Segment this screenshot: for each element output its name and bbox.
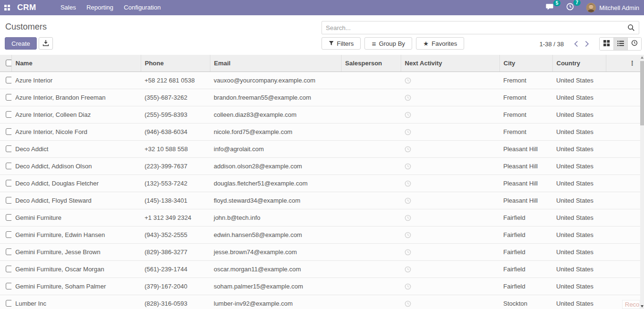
cell-phone[interactable]: (355)-687-3262 <box>141 89 210 106</box>
row-checkbox[interactable] <box>6 128 11 135</box>
column-header-country[interactable]: Country <box>552 55 606 72</box>
cell-next-activity[interactable] <box>401 157 499 175</box>
next-activity-clock-icon[interactable] <box>405 214 411 221</box>
cell-salesperson[interactable] <box>341 157 401 175</box>
cell-name[interactable]: Azure Interior, Colleen Diaz <box>11 106 141 123</box>
cell-phone[interactable]: (943)-352-2555 <box>141 226 210 243</box>
next-activity-clock-icon[interactable] <box>405 231 411 238</box>
table-row[interactable]: Gemini Furniture, Oscar Morgan (561)-239… <box>0 260 640 278</box>
cell-city[interactable]: Pleasant Hill <box>499 192 552 209</box>
cell-phone[interactable]: +58 212 681 0538 <box>141 72 210 89</box>
cell-email[interactable]: douglas.fletcher51@example.com <box>210 175 341 192</box>
cell-country[interactable]: United States <box>552 140 606 157</box>
table-row[interactable]: Azure Interior +58 212 681 0538 vauxoo@y… <box>0 72 640 89</box>
cell-phone[interactable]: +1 312 349 2324 <box>141 209 210 226</box>
cell-name[interactable]: Gemini Furniture, Jesse Brown <box>11 243 141 260</box>
select-all-checkbox[interactable] <box>6 60 11 66</box>
kanban-view-button[interactable] <box>600 38 613 50</box>
cell-city[interactable]: Stockton <box>499 295 552 309</box>
cell-name[interactable]: Gemini Furniture, Edwin Hansen <box>11 226 141 243</box>
cell-email[interactable]: brandon.freeman55@example.com <box>210 89 341 106</box>
row-checkbox[interactable] <box>6 111 11 118</box>
scroll-up-arrow-icon[interactable] <box>641 56 644 59</box>
cell-country[interactable]: United States <box>552 72 606 89</box>
next-activity-clock-icon[interactable] <box>405 179 411 186</box>
cell-phone[interactable]: (255)-595-8393 <box>141 106 210 123</box>
cell-name[interactable]: Lumber Inc <box>11 295 141 309</box>
cell-phone[interactable]: (561)-239-1744 <box>141 260 210 278</box>
optional-columns-icon[interactable]: ⋮ <box>629 60 636 67</box>
row-checkbox[interactable] <box>6 145 11 152</box>
cell-email[interactable]: jesse.brown74@example.com <box>210 243 341 260</box>
row-checkbox[interactable] <box>6 248 11 255</box>
row-checkbox[interactable] <box>6 214 11 221</box>
cell-salesperson[interactable] <box>341 209 401 226</box>
cell-email[interactable]: vauxoo@yourcompany.example.com <box>210 72 341 89</box>
next-activity-clock-icon[interactable] <box>405 299 411 307</box>
vertical-scrollbar[interactable] <box>640 55 644 309</box>
cell-country[interactable]: United States <box>552 157 606 175</box>
cell-country[interactable]: United States <box>552 123 606 140</box>
cell-next-activity[interactable] <box>401 209 499 226</box>
column-header-name[interactable]: Name <box>11 55 141 72</box>
cell-next-activity[interactable] <box>401 295 499 309</box>
cell-next-activity[interactable] <box>401 140 499 157</box>
cell-country[interactable]: United States <box>552 106 606 123</box>
cell-next-activity[interactable] <box>401 243 499 260</box>
cell-phone[interactable]: (828)-316-0593 <box>141 295 210 309</box>
row-checkbox[interactable] <box>6 300 11 307</box>
next-activity-clock-icon[interactable] <box>405 111 411 118</box>
table-row[interactable]: Deco Addict, Douglas Fletcher (132)-553-… <box>0 175 640 192</box>
table-row[interactable]: Deco Addict, Floyd Steward (145)-138-340… <box>0 192 640 209</box>
cell-country[interactable]: United States <box>552 295 606 309</box>
row-checkbox[interactable] <box>6 266 11 272</box>
table-row[interactable]: Gemini Furniture, Edwin Hansen (943)-352… <box>0 226 640 243</box>
scrollbar-thumb[interactable] <box>640 61 644 125</box>
cell-email[interactable]: addison.olson28@example.com <box>210 157 341 175</box>
cell-country[interactable]: United States <box>552 226 606 243</box>
cell-country[interactable]: United States <box>552 278 606 295</box>
cell-country[interactable]: United States <box>552 175 606 192</box>
next-activity-clock-icon[interactable] <box>405 162 411 169</box>
table-row[interactable]: Azure Interior, Colleen Diaz (255)-595-8… <box>0 106 640 123</box>
cell-next-activity[interactable] <box>401 226 499 243</box>
search-input[interactable] <box>322 24 623 31</box>
cell-phone[interactable]: (946)-638-6034 <box>141 123 210 140</box>
cell-city[interactable]: Fairfield <box>499 226 552 243</box>
cell-name[interactable]: Deco Addict <box>11 140 141 157</box>
row-checkbox[interactable] <box>6 163 11 169</box>
cell-name[interactable]: Gemini Furniture <box>11 209 141 226</box>
cell-next-activity[interactable] <box>401 278 499 295</box>
table-row[interactable]: Gemini Furniture +1 312 349 2324 john.b@… <box>0 209 640 226</box>
table-row[interactable]: Deco Addict +32 10 588 558 info@agrolait… <box>0 140 640 157</box>
search-icon[interactable] <box>623 24 639 31</box>
table-row[interactable]: Azure Interior, Nicole Ford (946)-638-60… <box>0 123 640 140</box>
cell-country[interactable]: United States <box>552 243 606 260</box>
cell-next-activity[interactable] <box>401 260 499 278</box>
cell-city[interactable]: Fremont <box>499 89 552 106</box>
table-row[interactable]: Lumber Inc (828)-316-0593 lumber-inv92@e… <box>0 295 640 309</box>
cell-city[interactable]: Fremont <box>499 106 552 123</box>
cell-salesperson[interactable] <box>341 140 401 157</box>
table-row[interactable]: Deco Addict, Addison Olson (223)-399-763… <box>0 157 640 175</box>
export-button[interactable] <box>39 37 53 50</box>
cell-country[interactable]: United States <box>552 89 606 106</box>
next-activity-clock-icon[interactable] <box>405 76 411 83</box>
cell-name[interactable]: Gemini Furniture, Oscar Morgan <box>11 260 141 278</box>
row-checkbox[interactable] <box>6 283 11 289</box>
cell-city[interactable]: Fairfield <box>499 243 552 260</box>
next-activity-clock-icon[interactable] <box>405 265 411 272</box>
cell-next-activity[interactable] <box>401 89 499 106</box>
cell-salesperson[interactable] <box>341 192 401 209</box>
cell-country[interactable]: United States <box>552 260 606 278</box>
next-activity-clock-icon[interactable] <box>405 128 411 135</box>
cell-salesperson[interactable] <box>341 89 401 106</box>
cell-city[interactable]: Fairfield <box>499 278 552 295</box>
next-activity-clock-icon[interactable] <box>405 196 411 204</box>
column-header-phone[interactable]: Phone <box>141 55 210 72</box>
cell-city[interactable]: Fremont <box>499 123 552 140</box>
table-row[interactable]: Azure Interior, Brandon Freeman (355)-68… <box>0 89 640 106</box>
cell-name[interactable]: Gemini Furniture, Soham Palmer <box>11 278 141 295</box>
cell-name[interactable]: Azure Interior, Nicole Ford <box>11 123 141 140</box>
cell-city[interactable]: Fairfield <box>499 209 552 226</box>
